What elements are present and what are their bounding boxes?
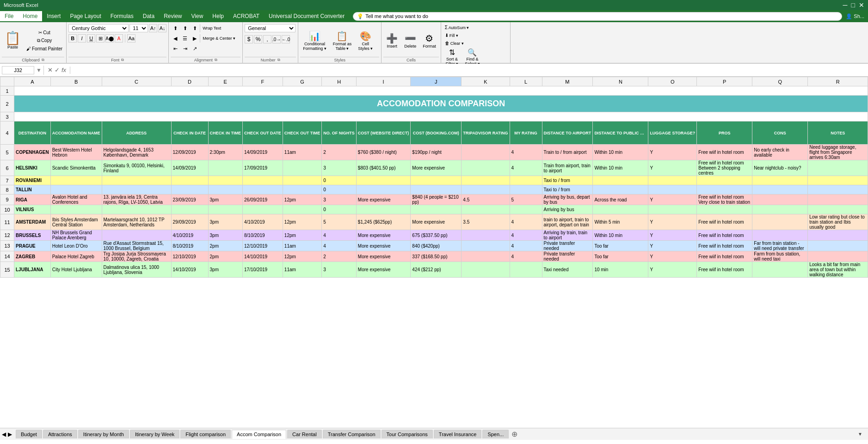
- format-painter-button[interactable]: 🖌 Format Painter: [25, 45, 64, 52]
- header-tripadvisor[interactable]: TRIPADVISOR RATING: [462, 122, 510, 145]
- r8-pros[interactable]: [697, 185, 752, 195]
- header-checkout-time[interactable]: CHECK OUT TIME: [283, 122, 322, 145]
- r13-address[interactable]: Rue d'Assaut Stormstraat 15, 1000 Brusse…: [102, 241, 171, 251]
- fill-button[interactable]: ⬇ Fill ▾: [443, 32, 460, 39]
- tab-transfer[interactable]: Transfer Comparison: [323, 430, 381, 438]
- r9-dest[interactable]: RIGA: [14, 195, 51, 205]
- r8-cost-book[interactable]: [411, 185, 462, 195]
- r13-tripadvisor[interactable]: [462, 241, 510, 251]
- close-btn[interactable]: ✕: [859, 1, 864, 9]
- font-increase-btn[interactable]: A↑: [149, 24, 157, 32]
- r8-dest[interactable]: TALLIN: [14, 185, 51, 195]
- col-header-p[interactable]: P: [697, 77, 752, 86]
- col-header-n[interactable]: N: [593, 77, 648, 86]
- r14-my-rating[interactable]: 4: [510, 251, 542, 262]
- r14-dist-airport[interactable]: Private transfer needed: [542, 251, 593, 262]
- col-header-l[interactable]: L: [510, 77, 542, 86]
- tab-flight[interactable]: Flight comparison: [180, 430, 231, 438]
- r11-dest[interactable]: AMSTERDAM: [14, 214, 51, 230]
- r13-cons[interactable]: Far from train station - will need priva…: [752, 241, 808, 251]
- r8-address[interactable]: [102, 185, 171, 195]
- header-dist-transport[interactable]: DISTANCE TO PUBLIC TRANSPORT: [593, 122, 648, 145]
- r11-dist-transport[interactable]: Within 5 min: [593, 214, 648, 230]
- r15-dest[interactable]: LJUBLJANA: [14, 262, 51, 278]
- r9-tripadvisor[interactable]: 4.5: [462, 195, 510, 205]
- r10-tripadvisor[interactable]: [462, 205, 510, 214]
- r15-cost-web[interactable]: More expensive: [356, 262, 411, 278]
- menu-file[interactable]: File: [0, 11, 18, 21]
- r8-ci-time[interactable]: [208, 185, 243, 195]
- r5-my-rating[interactable]: 4: [510, 145, 542, 160]
- tab-car-rental[interactable]: Car Rental: [287, 430, 322, 438]
- r6-cost-book[interactable]: More expensive: [411, 160, 462, 176]
- r5-cost-book[interactable]: $190pp / night: [411, 145, 462, 160]
- r12-dist-transport[interactable]: Within 10 min: [593, 230, 648, 241]
- r13-notes[interactable]: [808, 241, 868, 251]
- font-size-select[interactable]: 11: [129, 24, 148, 32]
- currency-btn[interactable]: $: [245, 35, 253, 43]
- r8-nights[interactable]: 0: [322, 185, 357, 195]
- r10-dist-transport[interactable]: [593, 205, 648, 214]
- fill-color-button[interactable]: A⬤: [105, 34, 114, 43]
- number-expander[interactable]: ⧉: [277, 58, 280, 62]
- r7-cons[interactable]: [752, 176, 808, 185]
- find-select-button[interactable]: 🔍 Find &Select ▾: [462, 48, 483, 66]
- r10-co-date[interactable]: [243, 205, 283, 214]
- r5-cons[interactable]: No early check in available: [752, 145, 808, 160]
- indent-inc-btn[interactable]: ⇥: [180, 44, 190, 53]
- tab-itinerary-month[interactable]: Itinerary by Month: [78, 430, 129, 438]
- align-top-right-btn[interactable]: ⬆: [190, 24, 199, 32]
- r14-ci-date[interactable]: 12/10/2019: [171, 251, 208, 262]
- indent-dec-btn[interactable]: ⇤: [171, 44, 180, 53]
- r7-cost-web[interactable]: [356, 176, 411, 185]
- text-rotate-btn[interactable]: ↗: [190, 44, 199, 53]
- r9-ci-time[interactable]: 3pm: [208, 195, 243, 205]
- r12-luggage[interactable]: Y: [648, 230, 697, 241]
- r11-ci-date[interactable]: 29/09/2019: [171, 214, 208, 230]
- r14-co-date[interactable]: 14/10/2019: [243, 251, 283, 262]
- r13-co-time[interactable]: 11am: [283, 241, 322, 251]
- header-nights[interactable]: NO. OF NIGHTS: [322, 122, 357, 145]
- conditional-formatting-button[interactable]: 📊 ConditionalFormatting ▾: [300, 26, 329, 55]
- r15-ci-date[interactable]: 14/10/2019: [171, 262, 208, 278]
- alignment-expander[interactable]: ⧉: [215, 58, 217, 62]
- r5-ci-time[interactable]: 2:30pm: [208, 145, 243, 160]
- menu-acrobat[interactable]: ACROBAT: [228, 11, 264, 21]
- underline-button[interactable]: U: [87, 34, 95, 43]
- copy-button[interactable]: ⧉ Copy: [25, 37, 64, 44]
- sort-filter-button[interactable]: ⇅ Sort &Filter ▾: [443, 48, 462, 66]
- col-header-f[interactable]: F: [243, 77, 283, 86]
- r14-dist-transport[interactable]: Too far: [593, 251, 648, 262]
- header-checkin-time[interactable]: CHECK IN TIME: [208, 122, 243, 145]
- r13-dist-transport[interactable]: Too far: [593, 241, 648, 251]
- formula-fx-icon[interactable]: fx: [62, 67, 66, 73]
- r8-co-time[interactable]: [283, 185, 322, 195]
- header-notes[interactable]: NOTES: [808, 122, 868, 145]
- r14-cost-book[interactable]: 337 ($168.50 pp): [411, 251, 462, 262]
- col-header-d[interactable]: D: [171, 77, 208, 86]
- r10-luggage[interactable]: [648, 205, 697, 214]
- merge-center-btn[interactable]: Merge & Center ▾: [201, 34, 237, 43]
- r11-cost-book[interactable]: More expensive: [411, 214, 462, 230]
- r6-cons[interactable]: Near nightclub - noisy?: [752, 160, 808, 176]
- tab-itinerary-week[interactable]: Itinerary by Week: [130, 430, 179, 438]
- r6-luggage[interactable]: Y: [648, 160, 697, 176]
- r14-nights[interactable]: 2: [322, 251, 357, 262]
- r12-tripadvisor[interactable]: [462, 230, 510, 241]
- col-header-o[interactable]: O: [648, 77, 697, 86]
- r7-nights[interactable]: 0: [322, 176, 357, 185]
- header-cons[interactable]: CONS: [752, 122, 808, 145]
- r12-ci-time[interactable]: 3pm: [208, 230, 243, 241]
- tab-insurance[interactable]: Travel Insurance: [434, 430, 482, 438]
- menu-insert[interactable]: Insert: [42, 11, 65, 21]
- menu-formulas[interactable]: Formulas: [106, 11, 138, 21]
- header-address[interactable]: ADDRESS: [102, 122, 171, 145]
- r6-co-date[interactable]: 17/09/2019: [243, 160, 283, 176]
- col-header-r[interactable]: R: [808, 77, 868, 86]
- r5-cost-web[interactable]: $760 ($380 / night): [356, 145, 411, 160]
- r12-co-date[interactable]: 8/10/2019: [243, 230, 283, 241]
- cut-button[interactable]: ✂ Cut: [25, 29, 64, 36]
- r14-notes[interactable]: [808, 251, 868, 262]
- r15-co-time[interactable]: 11am: [283, 262, 322, 278]
- header-dist-airport[interactable]: DISTANCE TO AIRPORT: [542, 122, 593, 145]
